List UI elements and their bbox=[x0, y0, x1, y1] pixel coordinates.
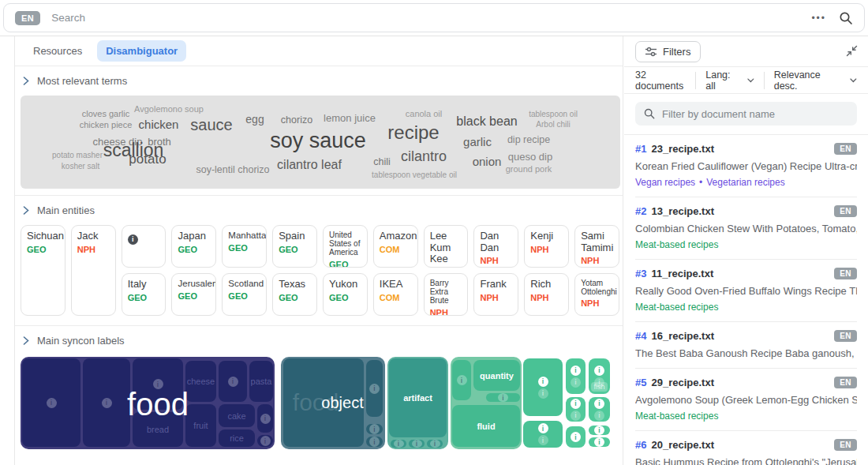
treemap-tile[interactable] bbox=[283, 358, 364, 447]
treemap-tile[interactable]: i bbox=[257, 404, 273, 433]
word-cloud-term[interactable]: soy-lentil chorizo bbox=[196, 164, 269, 175]
collapse-panel-icon[interactable] bbox=[846, 45, 858, 59]
entity-card[interactable]: FrankNPH bbox=[473, 273, 518, 316]
word-cloud-term[interactable]: potato masher bbox=[52, 151, 103, 159]
info-icon[interactable]: i bbox=[153, 379, 163, 389]
entity-card[interactable]: RichNPH bbox=[524, 273, 569, 316]
document-tag[interactable]: Meat-based recipes bbox=[635, 411, 718, 422]
treemap-tile[interactable]: i bbox=[366, 424, 383, 434]
treemap-tile[interactable]: i bbox=[133, 358, 183, 410]
entity-card[interactable]: JerusalemGEO bbox=[171, 273, 216, 316]
treemap-tile[interactable]: fluid bbox=[452, 405, 520, 447]
treemap-tile[interactable]: i bbox=[83, 358, 130, 447]
treemap-tile[interactable]: i bbox=[589, 437, 610, 447]
entity-card[interactable]: ItalyGEO bbox=[122, 273, 166, 316]
treemap-tile[interactable]: rice bbox=[219, 429, 255, 447]
entity-card[interactable]: Lee Kum KeeCOM bbox=[424, 225, 469, 268]
word-cloud-term[interactable]: lemon juice bbox=[324, 112, 376, 124]
document-tag[interactable]: Vegan recipes bbox=[635, 177, 695, 188]
word-cloud-term[interactable]: Arbol chili bbox=[536, 120, 570, 129]
entity-card[interactable]: TexasGEO bbox=[272, 273, 317, 316]
entity-card[interactable]: Yotam OttolenghiNPH bbox=[574, 273, 619, 316]
entity-card[interactable]: ScotlandGEO bbox=[222, 273, 267, 316]
info-icon[interactable]: i bbox=[538, 423, 548, 433]
word-cloud-term[interactable]: chicken bbox=[139, 118, 179, 131]
entity-card[interactable]: United States of AmericaGEO bbox=[323, 225, 368, 268]
info-icon[interactable]: i bbox=[102, 398, 112, 408]
treemap-tile[interactable]: ii bbox=[566, 397, 586, 422]
info-icon[interactable]: i bbox=[47, 398, 57, 408]
entity-card[interactable]: Sami TamimiNPH bbox=[574, 225, 619, 268]
info-icon[interactable]: i bbox=[394, 440, 404, 448]
entity-card[interactable]: SpainGEO bbox=[272, 225, 317, 268]
overflow-menu-icon[interactable]: ••• bbox=[811, 13, 826, 24]
info-icon[interactable]: i bbox=[571, 432, 581, 442]
word-cloud-term[interactable]: cloves garlic bbox=[82, 109, 130, 118]
document-title-row[interactable]: #620_recipe.txtEN bbox=[635, 439, 857, 451]
treemap-tile[interactable]: i bbox=[366, 437, 383, 447]
word-cloud-term[interactable]: Avgolemono soup bbox=[134, 104, 204, 114]
search-icon[interactable] bbox=[839, 11, 853, 25]
word-cloud-term[interactable]: canola oil bbox=[406, 109, 442, 118]
info-icon[interactable]: i bbox=[369, 424, 380, 434]
filters-button[interactable]: Filters bbox=[635, 41, 701, 62]
word-cloud-term[interactable]: kosher salt bbox=[62, 162, 99, 171]
document-title-row[interactable]: #123_recipe.txtEN bbox=[635, 143, 857, 155]
document-tag[interactable]: Meat-based recipes bbox=[635, 239, 718, 250]
treemap-tile[interactable]: i bbox=[366, 360, 383, 417]
word-cloud-term[interactable]: queso dip bbox=[508, 151, 552, 163]
word-cloud-term[interactable]: chili bbox=[373, 156, 391, 167]
treemap-tile[interactable]: i bbox=[219, 361, 247, 402]
info-icon[interactable]: i bbox=[498, 393, 508, 402]
treemap-tile[interactable]: iifish bbox=[589, 358, 610, 394]
sort-order-dropdown[interactable]: Relevance desc. bbox=[774, 69, 857, 92]
document-title-row[interactable]: #416_recipe.txtEN bbox=[635, 330, 857, 342]
treemap-tile[interactable]: i bbox=[486, 393, 520, 402]
treemap-tile[interactable]: artifact bbox=[389, 358, 447, 437]
info-icon[interactable]: i bbox=[571, 399, 581, 409]
document-title-row[interactable]: #213_recipe.txtEN bbox=[635, 205, 857, 217]
info-icon[interactable]: i bbox=[538, 377, 548, 387]
info-icon[interactable]: i bbox=[594, 426, 604, 435]
treemap-tile[interactable]: i bbox=[427, 440, 443, 448]
word-cloud-term[interactable]: soy sauce bbox=[270, 129, 366, 153]
tab-disambiguator[interactable]: Disambiguator bbox=[97, 40, 186, 62]
info-icon[interactable]: i bbox=[571, 366, 581, 376]
info-icon[interactable]: i bbox=[594, 399, 604, 409]
treemap-tile[interactable]: ii bbox=[523, 358, 563, 416]
global-search-bar[interactable]: EN ••• bbox=[3, 3, 865, 32]
document-tag[interactable]: Vegetarian recipes bbox=[706, 177, 784, 188]
entity-card[interactable]: YukonGEO bbox=[323, 273, 368, 316]
language-filter-dropdown[interactable]: Lang: all bbox=[705, 69, 754, 92]
document-title-row[interactable]: #311_recipe.txtEN bbox=[635, 268, 857, 279]
global-search-input[interactable] bbox=[51, 12, 811, 24]
word-cloud-term[interactable]: cilantro bbox=[401, 148, 447, 165]
entity-card[interactable]: SichuanGEO bbox=[21, 225, 65, 316]
entity-card[interactable]: JackNPH bbox=[71, 225, 116, 316]
treemap-tile[interactable]: ii bbox=[523, 421, 563, 448]
entity-card[interactable]: ManhattanGEO bbox=[222, 225, 267, 268]
word-cloud-term[interactable]: chorizo bbox=[281, 114, 312, 126]
info-icon[interactable]: i bbox=[369, 437, 380, 447]
entity-card[interactable]: i bbox=[122, 225, 166, 268]
treemap-tile[interactable]: i bbox=[257, 435, 273, 447]
word-cloud-term[interactable]: tablespoon oil bbox=[529, 110, 578, 118]
entity-card[interactable]: IKEACOM bbox=[373, 273, 418, 316]
entity-card[interactable]: KenjiNPH bbox=[524, 225, 569, 268]
word-cloud-term[interactable]: black bean bbox=[456, 114, 517, 129]
treemap-tile[interactable]: i bbox=[391, 440, 406, 448]
treemap-tile[interactable]: ii bbox=[589, 397, 610, 422]
treemap-tile[interactable]: fruit bbox=[185, 404, 216, 447]
info-icon[interactable]: i bbox=[457, 375, 467, 385]
word-cloud-term[interactable]: chicken piece bbox=[80, 120, 133, 129]
word-cloud-term[interactable]: tablespoon vegetable oil bbox=[372, 171, 457, 179]
terms-section-header[interactable]: Most relevant terms bbox=[15, 66, 623, 94]
word-cloud-term[interactable]: cilantro leaf bbox=[277, 158, 342, 172]
word-cloud-term[interactable]: potato bbox=[129, 152, 166, 167]
info-icon[interactable]: i bbox=[228, 377, 238, 387]
syncons-section-header[interactable]: Main syncon labels bbox=[15, 326, 623, 354]
treemap-tile[interactable]: pasta bbox=[249, 361, 273, 402]
entity-card[interactable]: JapanGEO bbox=[171, 225, 216, 268]
info-icon[interactable]: i bbox=[260, 436, 271, 446]
info-icon[interactable]: i bbox=[412, 440, 422, 448]
